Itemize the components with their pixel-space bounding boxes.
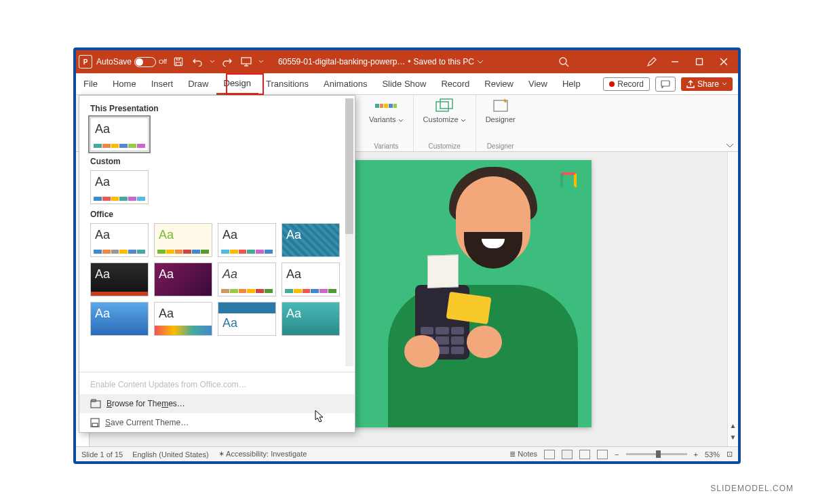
theme-tile[interactable]: Aa [90, 263, 149, 296]
section-office: Office [90, 210, 344, 219]
save-icon[interactable] [171, 54, 186, 69]
minimize-button[interactable] [663, 52, 686, 72]
theme-tile[interactable]: Aa [90, 223, 149, 257]
vertical-scroll-area[interactable]: ▲ ▼ [727, 152, 738, 446]
theme-tile[interactable]: Aa [154, 302, 212, 336]
section-custom: Custom [90, 157, 344, 166]
fit-window-icon[interactable]: ⊡ [726, 450, 733, 459]
theme-tile[interactable]: Aa [282, 263, 340, 296]
themes-scroll-area[interactable]: This Presentation Aa Custom Aa Office Aa… [79, 96, 355, 369]
chevron-down-icon [722, 82, 727, 86]
svg-rect-2 [176, 58, 179, 60]
tab-file[interactable]: File [76, 73, 105, 95]
theme-tile[interactable]: Aa [90, 117, 149, 151]
group-variants: Variants Variants [360, 95, 414, 151]
next-slide-icon[interactable]: ▼ [730, 433, 737, 441]
enable-content-updates: Enable Content Updates from Office.com… [79, 375, 355, 394]
svg-rect-3 [241, 58, 251, 64]
svg-rect-1 [176, 62, 180, 65]
title-bar: P AutoSave Off 60559-01-digital-banking-… [76, 50, 738, 73]
zoom-in-icon[interactable]: + [694, 450, 698, 459]
theme-tile[interactable]: Aa [90, 170, 149, 204]
qat-more-icon[interactable] [258, 54, 265, 69]
browse-icon [90, 399, 101, 408]
theme-tile[interactable]: Aa [154, 263, 212, 296]
language-status[interactable]: English (United States) [132, 450, 209, 459]
undo-dropdown-icon[interactable] [209, 54, 216, 69]
ribbon-tabs: File Home Insert Draw Design Transitions… [76, 73, 738, 95]
zoom-slider[interactable] [626, 453, 687, 455]
notes-toggle[interactable]: ≣ Notes [509, 450, 537, 459]
close-button[interactable] [712, 52, 735, 72]
reading-view-icon[interactable] [579, 450, 590, 459]
svg-rect-9 [440, 99, 452, 109]
svg-rect-7 [661, 81, 670, 86]
group-customize: Customize Customize [414, 95, 476, 151]
maximize-button[interactable] [688, 52, 711, 72]
tab-draw[interactable]: Draw [180, 73, 216, 95]
svg-point-4 [560, 58, 566, 64]
autosave-state: Off [159, 58, 167, 65]
toggle-switch[interactable] [134, 57, 156, 67]
theme-tile[interactable]: Aa [218, 223, 276, 257]
slideshow-view-icon[interactable] [597, 450, 608, 459]
share-icon [686, 80, 695, 88]
tab-home[interactable]: Home [105, 73, 144, 95]
save-icon [90, 418, 100, 427]
undo-icon[interactable] [190, 54, 205, 69]
tab-record[interactable]: Record [433, 73, 477, 95]
status-bar: Slide 1 of 15 English (United States) ✶ … [76, 446, 738, 461]
tab-animations[interactable]: Animations [316, 73, 374, 95]
search-icon [558, 56, 569, 67]
app-icon: P [79, 55, 92, 69]
tab-design[interactable]: Design [216, 73, 258, 95]
document-title[interactable]: 60559-01-digital-banking-powerp… • Saved… [278, 57, 484, 66]
svg-rect-8 [436, 102, 448, 111]
tab-help[interactable]: Help [555, 73, 588, 95]
autosave-toggle[interactable]: AutoSave Off [96, 57, 167, 67]
themes-gallery-dropdown: This Presentation Aa Custom Aa Office Aa… [79, 95, 355, 433]
slide-size-button[interactable]: Customize [423, 98, 466, 123]
cursor-icon [315, 410, 324, 423]
sorter-view-icon[interactable] [562, 450, 573, 459]
draw-pen-icon[interactable] [644, 54, 659, 69]
theme-tile[interactable]: Aa [282, 223, 340, 257]
search-button[interactable] [488, 56, 640, 67]
theme-tile[interactable]: Aa [90, 302, 149, 336]
autosave-label: AutoSave [96, 57, 132, 66]
watermark: SLIDEMODEL.COM [710, 484, 794, 493]
slide-illustration [361, 160, 592, 427]
zoom-out-icon[interactable]: − [615, 450, 619, 459]
section-this-presentation: This Presentation [90, 104, 344, 113]
theme-tile[interactable]: Aa [218, 302, 276, 336]
normal-view-icon[interactable] [544, 450, 555, 459]
prev-slide-icon[interactable]: ▲ [730, 422, 737, 429]
group-designer: Designer Designer [476, 95, 525, 151]
share-button[interactable]: Share [681, 77, 733, 91]
theme-tile[interactable]: Aa [218, 263, 276, 296]
theme-tile[interactable]: Aa [154, 223, 212, 257]
powerpoint-window: P AutoSave Off 60559-01-digital-banking-… [73, 47, 741, 464]
designer-button[interactable]: Designer [486, 98, 516, 123]
tab-transitions[interactable]: Transitions [258, 73, 316, 95]
svg-rect-14 [92, 423, 98, 427]
tab-review[interactable]: Review [477, 73, 521, 95]
accessibility-status[interactable]: ✶ Accessibility: Investigate [218, 450, 307, 459]
slide-counter[interactable]: Slide 1 of 15 [81, 450, 123, 459]
present-icon[interactable] [239, 54, 254, 69]
chevron-down-icon [477, 60, 484, 64]
record-button[interactable]: Record [603, 77, 650, 91]
variants-button[interactable]: Variants [369, 98, 404, 123]
comments-button[interactable] [655, 77, 676, 92]
redo-icon[interactable] [220, 54, 235, 69]
collapse-ribbon-icon[interactable] [726, 95, 738, 151]
scrollbar-thumb[interactable] [345, 98, 353, 234]
theme-tile[interactable]: Aa [282, 302, 340, 336]
browse-for-themes[interactable]: Browse for Themes… [79, 394, 355, 413]
zoom-percent[interactable]: 53% [705, 450, 720, 459]
save-current-theme[interactable]: Save Current Theme… [79, 413, 355, 432]
tab-insert[interactable]: Insert [144, 73, 181, 95]
tab-slideshow[interactable]: Slide Show [374, 73, 433, 95]
svg-rect-6 [697, 59, 703, 65]
tab-view[interactable]: View [521, 73, 555, 95]
